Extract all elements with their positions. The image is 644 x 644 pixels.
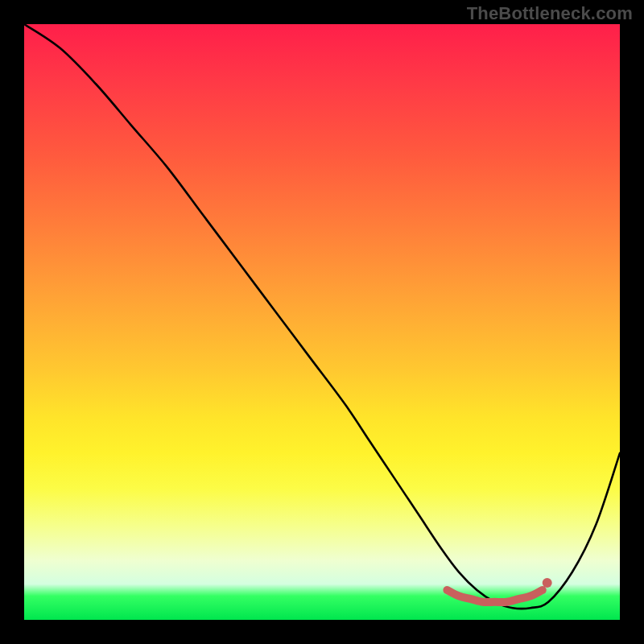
curve-svg [24,24,620,620]
plot-area [24,24,620,620]
bottleneck-curve [24,24,620,609]
optimal-range-marker [447,590,542,602]
watermark-text: TheBottleneck.com [467,3,633,24]
chart-frame: TheBottleneck.com [0,0,644,644]
optimal-point-dot [543,578,552,588]
